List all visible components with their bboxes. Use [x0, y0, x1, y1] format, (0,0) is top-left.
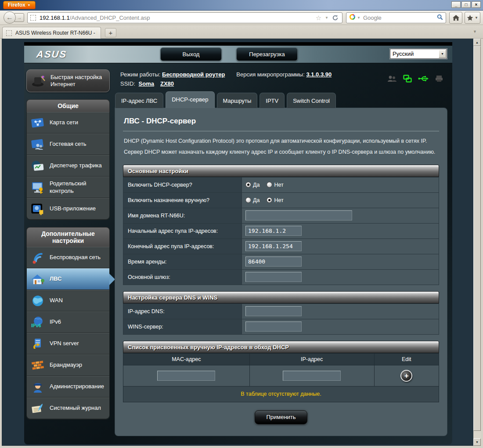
sidebar-item-system-log[interactable]: Системный журнал	[27, 397, 109, 419]
add-entry-button[interactable]: +	[400, 370, 412, 382]
sidebar-item-wan[interactable]: WAN	[27, 290, 109, 311]
sidebar-item-lan[interactable]: ЛВС	[27, 268, 109, 290]
url-bar[interactable]: 192.168.1.1 /Advanced_DHCP_Content.asp ☆…	[27, 12, 342, 23]
column-mac: MAC-адрес	[123, 353, 250, 365]
radio-label-no: Нет	[274, 182, 283, 188]
section-basic-settings: Основные настройки	[123, 165, 439, 177]
table-row: Конечный адрес пула IP-адресов:	[123, 238, 439, 254]
apply-button[interactable]: Применить	[255, 410, 307, 424]
firewall-icon	[29, 358, 46, 373]
table-row: Основной шлюз:	[123, 269, 439, 285]
vertical-scrollbar[interactable]: ▲ ▼	[473, 39, 481, 446]
field-label: Основной шлюз:	[123, 269, 242, 285]
table-row: Включить назначение вручную? Да Нет	[123, 192, 439, 208]
scroll-down-icon[interactable]: ▼	[473, 438, 481, 446]
tab-routes[interactable]: Маршруты	[217, 93, 258, 108]
home-button[interactable]	[449, 12, 462, 24]
domain-name-input[interactable]	[245, 210, 352, 220]
asus-banner: ASUS Выход Перезагрузка Русский ▼	[24, 46, 452, 63]
manual-assign-yes-radio[interactable]	[245, 197, 251, 203]
maximize-button[interactable]: □	[461, 1, 471, 8]
close-button[interactable]: ×	[472, 1, 481, 8]
scroll-up-icon[interactable]: ▲	[473, 39, 481, 46]
clients-status-icon[interactable]	[387, 75, 397, 82]
reload-icon[interactable]	[332, 14, 339, 21]
sidebar-item-administration[interactable]: Администри­рование	[27, 376, 109, 397]
field-label: Конечный адрес пула IP-адресов:	[123, 238, 242, 254]
svg-text:IPv6: IPv6	[31, 323, 41, 328]
ipv6-icon: IPv6	[29, 315, 46, 330]
gateway-input[interactable]	[245, 272, 302, 282]
sidebar-item-traffic-manager[interactable]: Диспетчер трафика	[27, 155, 109, 177]
url-dropdown-icon[interactable]: ▼	[325, 16, 328, 20]
traffic-manager-icon	[29, 159, 46, 173]
field-label: Включить DHCP-сервер?	[123, 177, 242, 192]
sidebar-section-general: Общие	[26, 99, 110, 112]
firmware-version-link[interactable]: 3.1.0.3.90	[306, 71, 332, 78]
search-icon[interactable]	[437, 14, 443, 22]
dhcp-enable-no-radio[interactable]	[267, 182, 272, 188]
sidebar-item-parental-control[interactable]: Родительский контроль	[27, 177, 109, 198]
search-box[interactable]: ▼ Google	[346, 12, 446, 23]
language-select[interactable]: Русский ▼	[390, 49, 447, 59]
page-favicon	[30, 15, 36, 21]
firefox-menu-button[interactable]: Firefox▾	[3, 1, 36, 9]
wireless-icon	[29, 250, 46, 265]
back-button[interactable]: ←	[4, 11, 16, 24]
tab-bar: ASUS Wireless Router RT-N66U - DHCP-сер.…	[0, 25, 483, 39]
printer-status-icon[interactable]	[435, 75, 443, 82]
sidebar-item-firewall[interactable]: Брандмауэр	[27, 354, 109, 376]
table-row: WINS-сервер:	[123, 319, 439, 334]
mac-address-input[interactable]	[157, 371, 215, 381]
forward-button[interactable]: →	[14, 13, 24, 22]
manual-assignment-table: MAC-адрес IP-адрес Edit +	[123, 353, 439, 402]
logout-button[interactable]: Выход	[160, 47, 222, 61]
sidebar-item-network-map[interactable]: Карта сети	[27, 112, 109, 134]
operation-mode-link[interactable]: Беспроводной роутер	[162, 71, 225, 78]
empty-table-message: В таблице отсутствуют данные.	[123, 386, 439, 402]
bookmark-star-icon[interactable]: ☆	[316, 14, 321, 22]
internet-status-icon[interactable]	[403, 75, 412, 83]
dns-ip-input[interactable]	[245, 306, 302, 316]
field-label: Начальный адрес пула IP-адресов:	[123, 223, 242, 238]
operation-mode: Режим работы: Беспроводной роутер	[120, 70, 225, 79]
usb-application-icon	[29, 202, 46, 217]
chevron-down-icon: ▾	[28, 3, 30, 7]
tab-lan-ip[interactable]: IP-адрес ЛВС	[115, 93, 163, 108]
lan-icon	[29, 272, 46, 287]
usb-status-icon[interactable]	[418, 76, 429, 82]
browser-tab-active[interactable]: ASUS Wireless Router RT-N66U - DHCP-сер.…	[2, 27, 101, 39]
ip-address-input[interactable]	[283, 371, 341, 381]
sidebar-item-guest-network[interactable]: Гостевая сеть	[27, 134, 109, 155]
sidebar-item-wireless[interactable]: Беспроводная сеть	[27, 247, 109, 268]
ssid-link-2[interactable]: ZX80	[160, 79, 174, 89]
dhcp-panel: ЛВС - DHCP-сервер DHCP (Dynamic Host Con…	[115, 108, 447, 436]
asus-ui-container: ASUS Выход Перезагрузка Русский ▼	[24, 42, 452, 444]
pool-start-input[interactable]	[245, 226, 302, 236]
wins-input[interactable]	[245, 322, 302, 332]
lease-time-input[interactable]	[245, 257, 302, 267]
sidebar-item-usb-application[interactable]: USB-приложение	[27, 198, 109, 220]
search-engine-dropdown-icon[interactable]: ▼	[357, 16, 360, 20]
tab-iptv[interactable]: IPTV	[260, 93, 285, 108]
field-label: Имя домена RT-N66U:	[123, 208, 242, 223]
tab-dhcp-server[interactable]: DHCP-сервер	[166, 91, 214, 108]
tab-switch-control[interactable]: Switch Control	[287, 93, 336, 108]
minimize-button[interactable]: _	[451, 1, 461, 8]
bookmarks-dropdown-icon: ▼	[475, 16, 478, 20]
pool-end-input[interactable]	[245, 241, 302, 251]
sidebar-item-vpn-server[interactable]: VPN server	[27, 333, 109, 354]
bookmarks-button[interactable]: ▼	[465, 12, 480, 24]
quick-setup-button[interactable]: Быстрая настройка Интернет	[26, 69, 110, 92]
new-tab-button[interactable]: +	[105, 28, 116, 37]
list-all-tabs-icon[interactable]: ▼	[473, 29, 477, 34]
sidebar-item-ipv6[interactable]: IPv6 IPv6	[27, 311, 109, 333]
dhcp-enable-yes-radio[interactable]	[245, 182, 251, 188]
manual-assign-no-radio[interactable]	[267, 197, 272, 203]
reboot-button[interactable]: Перезагрузка	[236, 47, 298, 61]
select-arrow-icon[interactable]: ▼	[439, 50, 446, 58]
search-input[interactable]: Google	[363, 14, 437, 21]
scrollbar-thumb[interactable]	[473, 46, 481, 431]
ssid-link-1[interactable]: Soma	[139, 79, 154, 89]
table-header-row: MAC-адрес IP-адрес Edit	[123, 353, 439, 365]
